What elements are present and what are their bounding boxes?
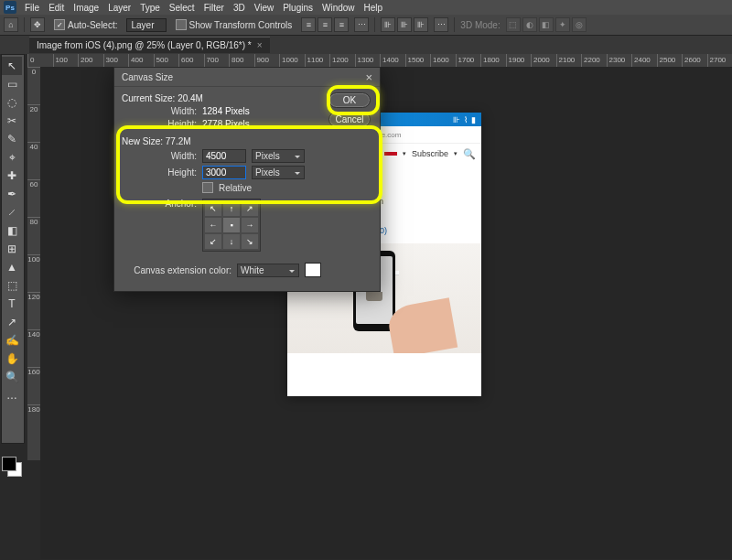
canvas[interactable]: ⊪ ⌇ ▮ guide.com ▾ Subscribe▾ 🔍 any plant… (40, 67, 730, 559)
more-tools-icon[interactable]: … (2, 386, 22, 404)
shape-tool-icon[interactable]: ✍ (2, 331, 22, 350)
3d-icon[interactable]: ✦ (555, 17, 570, 32)
anchor-nw[interactable]: ↖ (205, 201, 221, 216)
zoom-tool-icon[interactable]: 🔍 (2, 368, 22, 386)
menu-plugins[interactable]: Plugins (278, 3, 318, 13)
ruler-vertical: 020406080100120140160180 (27, 67, 41, 460)
wifi-icon: ⌇ (464, 115, 468, 124)
menubar: Ps File Edit Image Layer Type Select Fil… (0, 0, 732, 15)
distribute-icon[interactable]: ⊪ (381, 17, 395, 32)
current-width-value: 1284 Pixels (202, 106, 250, 116)
healing-tool-icon[interactable]: ✚ (2, 167, 22, 185)
tools-panel: ↖ ▭ ◌ ✂ ✎ ⌖ ✚ ✒ ⟋ ◧ ⊞ ▲ ⬚ T ↗ ✍ ✋ 🔍 … (1, 54, 25, 444)
move-tool-icon[interactable]: ↖ (2, 57, 22, 75)
home-icon[interactable]: ⌂ (4, 17, 18, 32)
anchor-w[interactable]: ← (205, 218, 221, 232)
canvas-size-dialog: Canvas Size × OK Cancel Current Size: 20… (113, 67, 381, 292)
menu-view[interactable]: View (250, 3, 279, 13)
3d-icon[interactable]: ⬚ (506, 17, 521, 32)
relative-checkbox[interactable] (202, 182, 213, 193)
dodge-tool-icon[interactable]: ▲ (2, 258, 22, 276)
type-tool-icon[interactable]: T (2, 295, 22, 313)
marquee-tool-icon[interactable]: ▭ (2, 75, 22, 93)
width-label: Width: (122, 151, 197, 161)
crop-tool-icon[interactable]: ✂ (2, 112, 22, 130)
options-bar: ⌂ ✥ Auto-Select: Layer Show Transform Co… (0, 15, 732, 36)
menu-image[interactable]: Image (69, 3, 103, 13)
height-input[interactable] (202, 166, 246, 179)
anchor-label: Anchor: (122, 199, 197, 209)
brush-tool-icon[interactable]: ✒ (2, 185, 22, 203)
align-left-icon[interactable]: ≡ (301, 17, 316, 32)
extension-color-dropdown[interactable]: White (237, 264, 299, 277)
checkbox-icon[interactable] (176, 19, 187, 30)
ruler-horizontal: 0100200300400500600700800900100011001200… (27, 54, 732, 68)
search-icon: 🔍 (463, 148, 476, 160)
anchor-s[interactable]: ↓ (223, 234, 240, 249)
gradient-tool-icon[interactable]: ◧ (2, 221, 22, 240)
dialog-title: Canvas Size (122, 72, 173, 82)
width-label: Width: (122, 106, 197, 116)
clone-tool-icon[interactable]: ⟋ (2, 203, 22, 221)
current-height-value: 2778 Pixels (202, 119, 250, 129)
anchor-n[interactable]: ↑ (223, 201, 240, 216)
battery-icon: ▮ (471, 115, 476, 124)
lasso-tool-icon[interactable]: ◌ (2, 93, 22, 112)
distribute-icon[interactable]: ⊪ (414, 17, 428, 32)
align-right-icon[interactable]: ≡ (334, 17, 349, 32)
3d-icon[interactable]: ◐ (522, 17, 537, 32)
more-icon[interactable]: ⋯ (434, 17, 448, 32)
signal-icon: ⊪ (453, 115, 460, 124)
menu-file[interactable]: File (20, 3, 44, 13)
pen-tool-icon[interactable]: ⬚ (2, 276, 22, 295)
new-size-label: New Size: 77.2M (122, 136, 372, 146)
3d-icon[interactable]: ◧ (539, 17, 554, 32)
document-tab[interactable]: Image from iOS (4).png @ 25% (Layer 0, R… (29, 37, 270, 53)
width-input[interactable] (202, 149, 246, 163)
anchor-center[interactable]: ▪ (223, 218, 240, 232)
blur-tool-icon[interactable]: ⊞ (2, 240, 22, 258)
menu-layer[interactable]: Layer (103, 3, 135, 13)
document-tab-bar: Image from iOS (4).png @ 25% (Layer 0, R… (0, 36, 732, 54)
frame-tool-icon[interactable]: ✎ (2, 130, 22, 148)
menu-window[interactable]: Window (318, 3, 360, 13)
height-label: Height: (122, 119, 197, 129)
close-icon[interactable]: × (257, 40, 263, 50)
foreground-swatch[interactable] (2, 457, 16, 471)
menu-help[interactable]: Help (360, 3, 388, 13)
show-transform-toggle[interactable]: Show Transform Controls (172, 19, 296, 30)
anchor-e[interactable]: → (242, 218, 258, 232)
menu-3d[interactable]: 3D (229, 3, 250, 13)
menu-type[interactable]: Type (135, 3, 165, 13)
auto-select-dropdown[interactable]: Layer (126, 18, 166, 32)
ok-button[interactable]: OK (328, 92, 371, 108)
3d-mode-label: 3D Mode: (460, 20, 500, 30)
3d-mode-group: ⬚ ◐ ◧ ✦ ◎ (506, 17, 587, 32)
more-align-icon[interactable]: ⋯ (354, 17, 369, 32)
tab-title: Image from iOS (4).png @ 25% (Layer 0, R… (37, 40, 252, 50)
anchor-grid[interactable]: ↖ ↑ ↗ ← ▪ → ↙ ↓ ↘ (202, 199, 261, 252)
height-unit-dropdown[interactable]: Pixels (252, 166, 305, 179)
path-tool-icon[interactable]: ↗ (2, 313, 22, 331)
auto-select-toggle[interactable]: Auto-Select: (50, 19, 121, 30)
menu-edit[interactable]: Edit (44, 3, 69, 13)
distribute-icon[interactable]: ⊪ (397, 17, 412, 32)
anchor-se[interactable]: ↘ (242, 234, 258, 249)
move-tool-icon[interactable]: ✥ (30, 17, 45, 32)
3d-icon[interactable]: ◎ (572, 17, 587, 32)
close-icon[interactable]: × (365, 70, 372, 84)
checkbox-icon[interactable] (54, 19, 65, 30)
width-unit-dropdown[interactable]: Pixels (252, 149, 305, 163)
align-group: ≡ ≡ ≡ (301, 17, 349, 32)
anchor-sw[interactable]: ↙ (205, 234, 221, 249)
menu-select[interactable]: Select (165, 3, 199, 13)
menu-filter[interactable]: Filter (199, 3, 229, 13)
hand-tool-icon[interactable]: ✋ (2, 350, 22, 368)
eyedropper-tool-icon[interactable]: ⌖ (2, 148, 22, 167)
align-center-icon[interactable]: ≡ (318, 17, 332, 32)
cancel-button[interactable]: Cancel (328, 112, 371, 127)
extension-color-swatch[interactable] (305, 263, 321, 277)
dialog-titlebar[interactable]: Canvas Size × (114, 68, 380, 87)
anchor-ne[interactable]: ↗ (242, 201, 258, 216)
color-swatches[interactable] (2, 457, 22, 477)
